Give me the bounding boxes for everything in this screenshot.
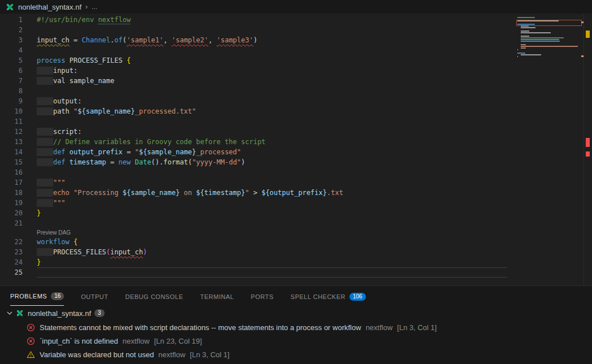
line-number[interactable]: 1 <box>0 15 23 25</box>
code-line[interactable]: 23 PROCESS_FILES(input_ch) <box>0 247 592 257</box>
line-number[interactable]: 17 <box>0 177 23 188</box>
line-number[interactable]: 14 <box>0 147 23 157</box>
line-number[interactable]: 2 <box>0 25 23 35</box>
line-number[interactable]: 20 <box>0 208 23 218</box>
problem-location: [Ln 23, Col 19] <box>154 337 202 345</box>
token: format <box>163 158 188 166</box>
minimap[interactable] <box>517 17 581 59</box>
code-line[interactable]: 22workflow { <box>0 237 592 247</box>
code-line[interactable]: 3input_ch = Channel.of('sample1', 'sampl… <box>0 35 592 45</box>
code-line[interactable]: 15 def timestamp = new Date().format("yy… <box>0 157 592 167</box>
line-number[interactable]: 25 <box>0 267 23 278</box>
code-line[interactable]: 7 val sample_name <box>0 76 592 86</box>
line-number[interactable]: 23 <box>0 247 23 257</box>
line-number[interactable]: 4 <box>0 45 23 55</box>
code-line[interactable]: 1#!/usr/bin/env nextflow <box>0 15 592 25</box>
code-line[interactable]: 9 output: <box>0 96 592 106</box>
token: PROCESS_FILES <box>53 248 106 256</box>
token: path <box>53 107 74 115</box>
code-line[interactable]: 18 echo "Processing ${sample_name} on ${… <box>0 188 592 198</box>
problem-source: nextflow <box>123 337 150 345</box>
token: ${sample_name} <box>77 107 135 115</box>
token: Channel <box>81 36 110 44</box>
line-number[interactable]: 13 <box>0 137 23 147</box>
tab-output[interactable]: OUTPUT <box>81 292 108 306</box>
token <box>37 97 53 105</box>
problem-message: `input_ch` is not defined <box>40 337 118 345</box>
token: } <box>37 209 41 217</box>
error-icon <box>27 323 35 332</box>
line-number[interactable]: 9 <box>0 96 23 106</box>
code-line[interactable]: 12 script: <box>0 127 592 137</box>
problem-source: nextflow <box>366 323 393 332</box>
line-number[interactable]: 24 <box>0 257 23 267</box>
line-number[interactable]: 22 <box>0 237 23 247</box>
code-line[interactable]: 17 """ <box>0 177 592 188</box>
tab-badge: 106 <box>349 293 366 301</box>
token: PROCESS_FILES <box>66 57 127 64</box>
tab-spell-checker[interactable]: SPELL CHECKER106 <box>291 292 366 306</box>
code-line[interactable]: 16 <box>0 167 592 177</box>
line-number[interactable]: 16 <box>0 167 23 177</box>
token <box>70 238 74 246</box>
codelens-preview-dag[interactable]: Preview DAG <box>37 229 71 236</box>
bottom-panel: PROBLEMS16OUTPUTDEBUG CONSOLETERMINALPOR… <box>0 285 592 364</box>
code-line[interactable]: 8 <box>0 86 592 96</box>
line-number[interactable]: 15 <box>0 157 23 167</box>
problem-row[interactable]: Statements cannot be mixed with script d… <box>0 320 592 334</box>
tab-debug-console[interactable]: DEBUG CONSOLE <box>126 292 183 306</box>
problem-message: Variable was declared but not used <box>40 350 154 359</box>
problems-file-header[interactable]: nonlethal_syntax.nf 3 <box>0 306 592 320</box>
tab-terminal[interactable]: TERMINAL <box>200 292 234 306</box>
tab-ports[interactable]: PORTS <box>251 292 274 306</box>
line-number[interactable]: 8 <box>0 86 23 96</box>
problem-row[interactable]: Variable was declared but not usednextfl… <box>0 348 592 361</box>
line-number[interactable]: 7 <box>0 76 23 86</box>
line-number[interactable]: 12 <box>0 127 23 137</box>
code-line[interactable]: 5process PROCESS_FILES { <box>0 55 592 66</box>
token <box>37 107 53 115</box>
overview-ruler[interactable] <box>584 14 592 285</box>
line-number[interactable]: 6 <box>0 66 23 76</box>
token: // Define variables in Groovy code befor… <box>53 138 266 146</box>
line-number[interactable]: 11 <box>0 116 23 127</box>
tab-problems[interactable]: PROBLEMS16 <box>10 292 64 306</box>
token: > <box>253 189 261 197</box>
token: _processed" <box>196 148 241 156</box>
tab-badge: 16 <box>51 292 64 300</box>
line-number[interactable]: 5 <box>0 55 23 66</box>
code-line[interactable]: 4 <box>0 45 592 55</box>
token: ${timestamp} <box>196 189 245 197</box>
breadcrumb-filename[interactable]: nonlethal_syntax.nf <box>18 3 81 11</box>
code-line[interactable]: 20} <box>0 208 592 218</box>
chevron-down-icon[interactable] <box>7 308 12 318</box>
code-line[interactable]: 6 input: <box>0 66 592 76</box>
problems-file-count-badge: 3 <box>94 309 105 317</box>
code-line[interactable]: 2 <box>0 25 592 35</box>
line-number[interactable]: 18 <box>0 188 23 198</box>
token: Date <box>135 158 151 166</box>
editor[interactable]: 1#!/usr/bin/env nextflow23input_ch = Cha… <box>0 14 592 285</box>
token: of <box>114 36 122 44</box>
problem-row[interactable]: `input_ch` is not definednextflow[Ln 23,… <box>0 334 592 348</box>
code-line[interactable]: 25 <box>0 267 592 278</box>
line-number[interactable]: 10 <box>0 106 23 116</box>
code-line[interactable]: 10 path "${sample_name}_processed.txt" <box>0 106 592 116</box>
code-line[interactable]: 21 <box>0 218 592 228</box>
breadcrumb-more[interactable]: ... <box>92 3 97 11</box>
code-line[interactable]: 14 def output_prefix = "${sample_name}_p… <box>0 147 592 157</box>
line-number[interactable]: 21 <box>0 218 23 228</box>
code-line[interactable]: 11 <box>0 116 592 127</box>
problem-location: [Ln 3, Col 1] <box>397 323 437 332</box>
problem-location: [Ln 3, Col 1] <box>190 350 230 359</box>
breadcrumb-separator: › <box>85 3 88 11</box>
code-line[interactable]: 24} <box>0 257 592 267</box>
token <box>37 199 53 207</box>
token: 'sample3' <box>217 36 253 44</box>
line-number[interactable]: 19 <box>0 198 23 208</box>
token <box>37 148 53 156</box>
code-line[interactable]: 19 """ <box>0 198 592 208</box>
token: input_ch <box>110 248 143 256</box>
line-number[interactable]: 3 <box>0 35 23 45</box>
code-line[interactable]: 13 // Define variables in Groovy code be… <box>0 137 592 147</box>
